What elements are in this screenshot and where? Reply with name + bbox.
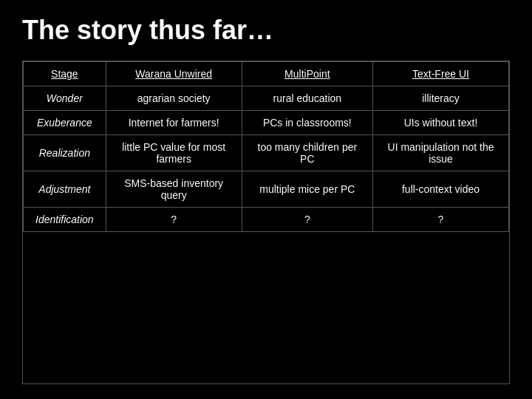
main-table: Stage Warana Unwired MultiPoint Text-Fre… [23, 61, 509, 232]
header-multi: MultiPoint [242, 62, 372, 86]
table-row: Realization little PC value for most far… [24, 135, 509, 171]
table-row: Exuberance Internet for farmers! PCs in … [24, 111, 509, 135]
cell-exuberance-warana: Internet for farmers! [106, 111, 242, 135]
cell-exuberance-textfree: UIs without text! [373, 111, 509, 135]
cell-wonder-multi: rural education [242, 86, 372, 111]
table-wrapper: Stage Warana Unwired MultiPoint Text-Fre… [22, 61, 510, 384]
cell-realization-stage: Realization [24, 135, 106, 171]
cell-wonder-textfree: illiteracy [373, 86, 509, 111]
header-textfree: Text-Free UI [373, 62, 509, 86]
cell-adjustment-stage: Adjustment [24, 171, 106, 208]
cell-adjustment-warana: SMS-based inventory query [106, 171, 242, 208]
table-row: Identification ? ? ? [24, 208, 509, 232]
cell-adjustment-textfree: full-context video [373, 171, 509, 208]
cell-wonder-warana: agrarian society [106, 86, 242, 111]
header-warana: Warana Unwired [106, 62, 242, 86]
cell-exuberance-stage: Exuberance [24, 111, 106, 135]
cell-adjustment-multi: multiple mice per PC [242, 171, 372, 208]
cell-identification-stage: Identification [24, 208, 106, 232]
page-container: The story thus far… Stage Warana Unwired… [0, 0, 532, 399]
table-row: Adjustment SMS-based inventory query mul… [24, 171, 509, 208]
cell-identification-textfree: ? [373, 208, 509, 232]
cell-realization-warana: little PC value for most farmers [106, 135, 242, 171]
page-title: The story thus far… [22, 15, 510, 46]
cell-identification-warana: ? [106, 208, 242, 232]
cell-realization-multi: too many children per PC [242, 135, 372, 171]
cell-exuberance-multi: PCs in classrooms! [242, 111, 372, 135]
table-row: Wonder agrarian society rural education … [24, 86, 509, 111]
cell-identification-multi: ? [242, 208, 372, 232]
table-header-row: Stage Warana Unwired MultiPoint Text-Fre… [24, 62, 509, 86]
header-stage: Stage [24, 62, 106, 86]
cell-realization-textfree: UI manipulation not the issue [373, 135, 509, 171]
cell-wonder-stage: Wonder [24, 86, 106, 111]
